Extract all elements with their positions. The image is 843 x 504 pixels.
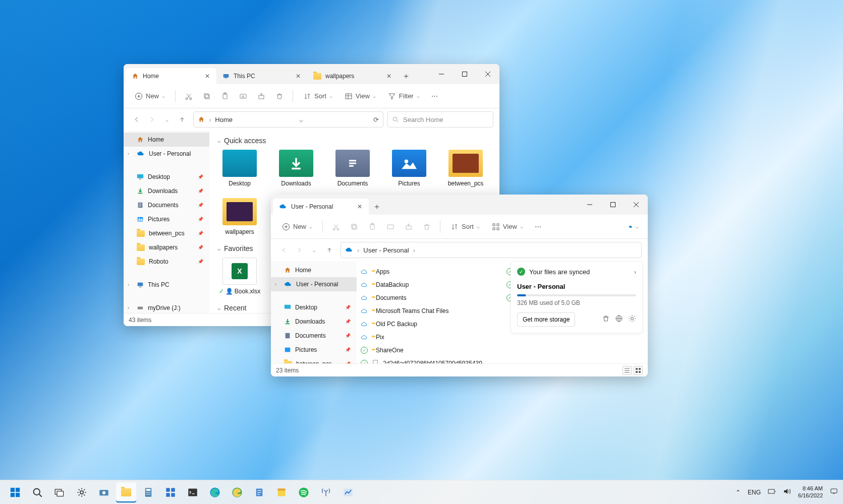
minimize-button[interactable] — [578, 195, 601, 215]
forward-button[interactable] — [292, 243, 306, 257]
more-button[interactable]: ⋯ — [530, 220, 546, 233]
camera-app[interactable] — [94, 482, 114, 502]
delete-button[interactable] — [419, 220, 435, 234]
file-item[interactable]: Apps — [361, 265, 498, 278]
chevron-right-icon[interactable]: › — [275, 282, 276, 287]
spotify-app[interactable] — [294, 482, 314, 502]
explorer-app[interactable] — [116, 482, 136, 502]
get-more-storage-button[interactable]: Get more storage — [517, 312, 575, 327]
tile-downloads[interactable]: Downloads — [274, 150, 318, 187]
volume-icon[interactable] — [783, 487, 791, 497]
sidebar-item-betweenpcs[interactable]: between_pcs📌 — [271, 357, 357, 363]
settings-button[interactable] — [72, 482, 92, 502]
tab-close-icon[interactable]: ✕ — [385, 73, 393, 80]
tile-betweenpcs[interactable]: between_pcs — [443, 150, 488, 187]
recent-dropdown[interactable]: ⌵ — [307, 243, 321, 257]
share-button[interactable] — [253, 89, 269, 103]
crumb-dropdown[interactable]: ⌵ — [299, 116, 303, 123]
sidebar-item-desktop[interactable]: Desktop📌 — [271, 300, 357, 314]
sidebar-item-onedrive[interactable]: ›User - Personal — [271, 277, 357, 291]
details-view-toggle[interactable] — [623, 366, 632, 375]
file-item[interactable]: Documents — [361, 291, 498, 304]
onedrive-status-button[interactable]: ⌵ — [626, 220, 642, 234]
file-item[interactable]: Microsoft Teams Chat Files — [361, 304, 498, 318]
sidebar-item-betweenpcs[interactable]: between_pcs📌 — [124, 226, 209, 240]
tile-desktop[interactable]: Desktop — [217, 150, 262, 187]
more-button[interactable]: ⋯ — [427, 89, 443, 103]
tab-home[interactable]: Home ✕ — [126, 68, 216, 84]
tab-close-icon[interactable]: ✕ — [356, 203, 364, 210]
sticky-notes-app[interactable] — [271, 482, 292, 502]
file-item[interactable]: DataBackup — [361, 278, 498, 291]
cut-button[interactable] — [328, 220, 344, 234]
refresh-button[interactable]: ⟳ — [373, 116, 379, 123]
chart-app[interactable] — [338, 482, 358, 502]
sidebar-item-home[interactable]: Home — [271, 263, 357, 277]
maximize-button[interactable] — [601, 195, 625, 215]
language-indicator[interactable]: ENG — [748, 489, 761, 496]
network-icon[interactable] — [768, 487, 776, 497]
new-button[interactable]: New⌵ — [277, 220, 317, 234]
sidebar-item-wallpapers[interactable]: wallpapers📌 — [124, 240, 209, 255]
sort-button[interactable]: Sort⌵ — [445, 220, 485, 234]
tile-book-xlsx[interactable]: X ✓👤Book.xlsx — [217, 258, 262, 295]
share-button[interactable] — [401, 220, 417, 234]
tab-close-icon[interactable]: ✕ — [294, 73, 302, 80]
breadcrumb[interactable]: › User - Personal › — [341, 242, 642, 258]
back-button[interactable] — [130, 112, 144, 127]
edge-app[interactable] — [205, 482, 225, 502]
new-button[interactable]: New⌵ — [130, 89, 170, 103]
chevron-right-icon[interactable]: › — [128, 151, 129, 156]
section-quickaccess[interactable]: ⌵Quick access — [217, 137, 491, 145]
rename-button[interactable]: A — [235, 89, 251, 103]
copy-button[interactable] — [346, 220, 362, 234]
back-button[interactable] — [277, 243, 291, 257]
terminal-app[interactable] — [183, 482, 203, 502]
recycle-bin-icon[interactable] — [602, 314, 610, 325]
sidebar-item-downloads[interactable]: Downloads📌 — [271, 314, 357, 329]
breadcrumb[interactable]: › Home ⌵ ⟳ — [193, 111, 383, 128]
tray-chevron[interactable]: ⌃ — [736, 489, 741, 496]
filter-button[interactable]: Filter⌵ — [383, 89, 425, 103]
up-button[interactable] — [175, 112, 189, 127]
file-item[interactable]: Old PC Backup — [361, 318, 498, 331]
chevron-right-icon[interactable]: › — [128, 305, 129, 310]
paste-button[interactable] — [364, 220, 380, 234]
up-button[interactable] — [322, 243, 336, 257]
globe-icon[interactable] — [615, 314, 623, 325]
clock[interactable]: 8:46 AM 6/16/2022 — [798, 485, 823, 498]
file-item[interactable]: ✓ ShareOne — [361, 344, 498, 357]
new-tab-button[interactable]: ＋ — [398, 68, 414, 84]
view-button[interactable]: View⌵ — [487, 220, 528, 234]
icons-view-toggle[interactable] — [634, 366, 643, 375]
sidebar-item-desktop[interactable]: Desktop📌 — [124, 170, 209, 184]
antenna-app[interactable] — [316, 482, 336, 502]
tab-wallpapers[interactable]: wallpapers ✕ — [307, 68, 398, 84]
sidebar-item-thispc[interactable]: ›This PC — [124, 278, 209, 292]
paste-button[interactable] — [217, 89, 233, 103]
task-view-button[interactable] — [49, 482, 70, 502]
forward-button[interactable] — [145, 112, 159, 127]
file-item[interactable]: Pix — [361, 331, 498, 344]
sidebar-item-roboto[interactable]: Roboto📌 — [124, 255, 209, 269]
calculator-app[interactable] — [138, 482, 158, 502]
start-button[interactable] — [5, 482, 25, 502]
sidebar-item-downloads[interactable]: Downloads📌 — [124, 184, 209, 198]
close-button[interactable] — [625, 195, 648, 215]
maximize-button[interactable] — [453, 64, 476, 84]
notepad-app[interactable] — [249, 482, 269, 502]
cut-button[interactable] — [181, 89, 197, 103]
sidebar-item-home[interactable]: Home — [124, 133, 209, 147]
file-item[interactable]: ✓ 2d2d6ad072086bf4105700d5935439... — [361, 357, 498, 363]
search-button[interactable] — [27, 482, 47, 502]
sync-status-row[interactable]: ✓ Your files are synced › — [517, 268, 636, 276]
rename-button[interactable] — [382, 220, 399, 234]
tile-wallpapers[interactable]: wallpapers — [217, 198, 262, 235]
sort-button[interactable]: Sort⌵ — [298, 89, 338, 103]
recent-dropdown[interactable]: ⌵ — [160, 112, 174, 127]
new-tab-button[interactable]: ＋ — [369, 199, 385, 215]
copy-button[interactable] — [199, 89, 215, 103]
tab-thispc[interactable]: This PC ✕ — [216, 68, 307, 84]
minimize-button[interactable] — [430, 64, 453, 84]
sidebar-item-mydrive[interactable]: ›myDrive (J:) — [124, 301, 209, 313]
